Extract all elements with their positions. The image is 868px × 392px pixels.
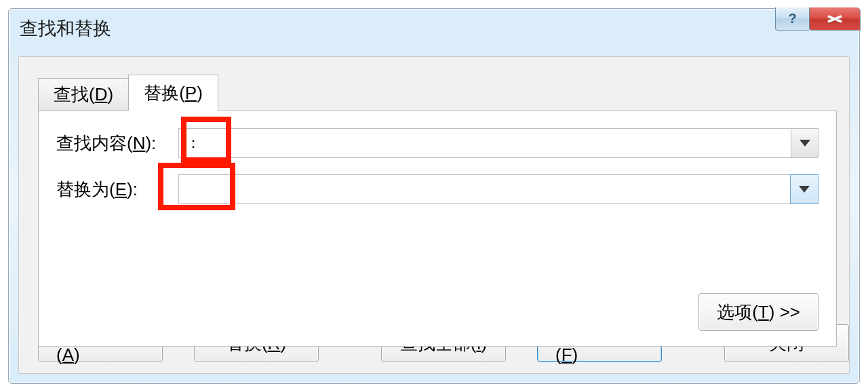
chevron-down-icon: [799, 186, 810, 193]
chevron-down-icon: [800, 140, 810, 146]
tab-replace-label: 替换(P): [144, 81, 203, 105]
find-what-input[interactable]: [179, 129, 791, 157]
close-icon: [827, 14, 842, 24]
find-what-combo: [178, 128, 818, 158]
help-button[interactable]: ?: [775, 7, 809, 31]
find-what-dropdown-button[interactable]: [791, 129, 818, 157]
help-icon: ?: [788, 11, 796, 26]
tab-replace[interactable]: 替换(P): [128, 75, 218, 111]
replace-with-combo: [178, 174, 818, 204]
find-what-row: 查找内容(N):: [56, 128, 818, 159]
replace-with-label: 替换为(E):: [56, 178, 178, 201]
options-row: 选项(T) >>: [698, 293, 818, 331]
dialog-body: 查找(D) 替换(P) 查找内容(N):: [18, 56, 850, 374]
options-button-label: 选项(T) >>: [717, 300, 800, 324]
replace-with-row: 替换为(E):: [56, 174, 818, 205]
tab-find[interactable]: 查找(D): [38, 78, 129, 111]
window-close-button[interactable]: [809, 7, 861, 31]
titlebar-buttons: ?: [775, 7, 861, 31]
options-button[interactable]: 选项(T) >>: [698, 293, 818, 331]
replace-page: 查找内容(N): 替换为(E):: [38, 111, 837, 347]
tab-find-label: 查找(D): [54, 83, 113, 106]
tab-strip: 查找(D) 替换(P): [38, 75, 218, 111]
titlebar: 查找和替换 ?: [9, 9, 859, 48]
replace-with-input[interactable]: [179, 175, 790, 203]
replace-with-dropdown-button[interactable]: [790, 174, 818, 204]
find-replace-dialog: 查找和替换 ? 查找(D) 替换(P): [8, 8, 860, 384]
dialog-title: 查找和替换: [20, 16, 111, 41]
find-what-label: 查找内容(N):: [56, 132, 178, 155]
